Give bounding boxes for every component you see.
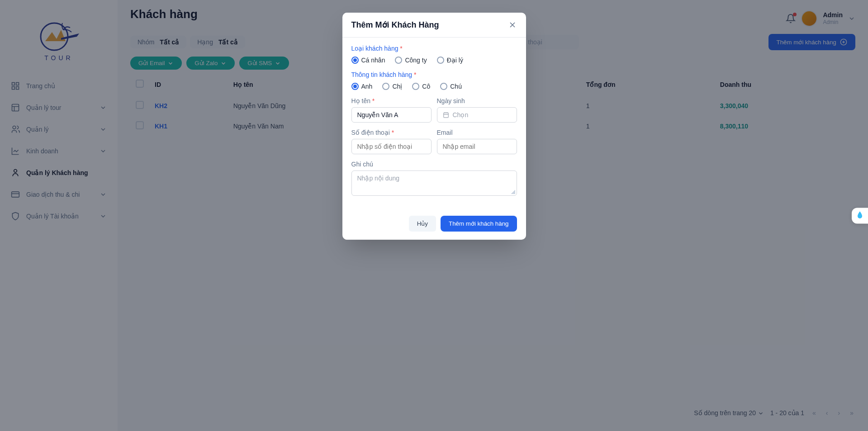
radio-Chú[interactable]: Chú	[440, 83, 462, 90]
radio-circle-icon	[395, 57, 402, 64]
note-label: Ghi chú	[351, 161, 517, 168]
email-label: Email	[437, 129, 517, 136]
radio-circle-icon	[382, 83, 389, 90]
radio-Cô[interactable]: Cô	[412, 83, 430, 90]
radio-Công ty[interactable]: Công ty	[395, 57, 427, 64]
support-widget[interactable]	[852, 208, 868, 223]
dob-input[interactable]: Chọn	[437, 107, 517, 123]
radio-circle-icon	[437, 57, 444, 64]
close-icon[interactable]	[508, 20, 517, 29]
fullname-input[interactable]	[351, 107, 432, 123]
email-input[interactable]	[437, 139, 517, 154]
section-customer-info: Thông tin khách hàng *	[351, 71, 517, 78]
modal-title: Thêm Mới Khách Hàng	[351, 20, 439, 30]
fullname-label: Họ tên *	[351, 97, 432, 104]
droplet-icon	[855, 210, 864, 219]
note-input[interactable]: Nhập nội dung	[351, 171, 517, 196]
cancel-button[interactable]: Hủy	[409, 216, 436, 232]
radio-circle-icon	[351, 83, 359, 90]
add-customer-modal: Thêm Mới Khách Hàng Loại khách hàng * Cá…	[342, 13, 526, 240]
phone-input[interactable]	[351, 139, 432, 154]
radio-Cá nhân[interactable]: Cá nhân	[351, 57, 385, 64]
phone-label: Số điện thoại *	[351, 129, 432, 136]
svg-rect-10	[443, 113, 448, 117]
radio-circle-icon	[440, 83, 447, 90]
radio-circle-icon	[351, 57, 359, 64]
radio-Anh[interactable]: Anh	[351, 83, 373, 90]
calendar-icon	[443, 112, 449, 118]
radio-Đại lý[interactable]: Đại lý	[437, 57, 463, 64]
submit-button[interactable]: Thêm mới khách hàng	[441, 216, 517, 232]
radio-circle-icon	[412, 83, 419, 90]
radio-Chị[interactable]: Chị	[382, 83, 402, 90]
dob-label: Ngày sinh	[437, 97, 517, 104]
section-customer-type: Loại khách hàng *	[351, 45, 517, 52]
